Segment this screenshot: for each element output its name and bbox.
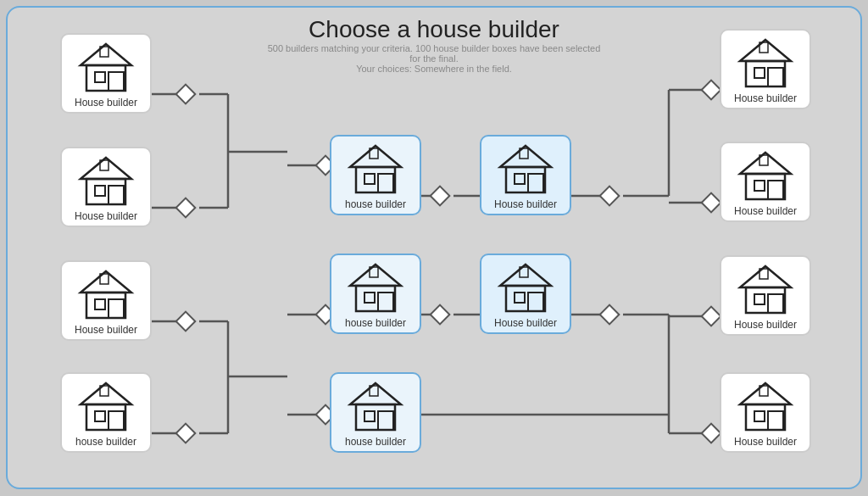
svg-rect-100 xyxy=(754,68,765,78)
svg-rect-75 xyxy=(364,174,375,184)
card-8-label: House builder xyxy=(494,198,557,210)
house-icon-10 xyxy=(736,36,795,91)
card-3[interactable]: House builder xyxy=(60,260,152,341)
house-icon-3 xyxy=(76,267,136,322)
svg-rect-96 xyxy=(528,293,543,311)
svg-rect-56 xyxy=(108,72,124,91)
svg-rect-65 xyxy=(95,299,105,309)
svg-rect-41 xyxy=(176,424,196,443)
svg-rect-61 xyxy=(108,186,124,204)
svg-rect-86 xyxy=(378,411,393,430)
card-6-label: house builder xyxy=(345,317,406,329)
svg-rect-60 xyxy=(95,186,105,196)
svg-rect-95 xyxy=(515,293,525,303)
card-12-label: House builder xyxy=(734,319,797,331)
house-icon-2 xyxy=(76,153,136,209)
house-icon-8 xyxy=(496,142,555,197)
card-2[interactable]: House builder xyxy=(60,147,152,227)
svg-rect-85 xyxy=(364,411,375,421)
card-4[interactable]: house builder xyxy=(60,372,152,453)
card-8[interactable]: House builder xyxy=(480,135,571,215)
svg-rect-106 xyxy=(768,181,783,199)
svg-rect-50 xyxy=(702,193,721,213)
svg-rect-91 xyxy=(528,174,543,192)
svg-rect-111 xyxy=(768,294,783,313)
card-12[interactable]: House builder xyxy=(720,255,811,336)
house-icon-5 xyxy=(346,142,405,197)
house-icon-11 xyxy=(736,148,795,203)
svg-rect-40 xyxy=(176,312,196,332)
subtitle: 500 builders matching your criteria. 100… xyxy=(264,43,604,64)
svg-rect-90 xyxy=(515,174,525,184)
card-4-label: house builder xyxy=(75,436,136,448)
svg-rect-70 xyxy=(95,411,105,421)
card-1-label: House builder xyxy=(75,97,137,109)
house-icon-9 xyxy=(496,260,555,315)
card-9[interactable]: House builder xyxy=(480,254,571,334)
svg-rect-110 xyxy=(754,294,765,304)
house-icon-12 xyxy=(736,262,795,317)
card-3-label: House builder xyxy=(75,324,137,336)
card-2-label: House builder xyxy=(75,210,137,222)
card-7[interactable]: house builder xyxy=(330,372,421,453)
card-5[interactable]: house builder xyxy=(330,135,421,215)
svg-rect-115 xyxy=(754,411,765,421)
card-7-label: house builder xyxy=(345,436,406,448)
house-icon-1 xyxy=(76,40,136,95)
house-icon-6 xyxy=(346,260,405,315)
svg-rect-39 xyxy=(176,198,196,218)
subtitle2: Your choices: Somewhere in the field. xyxy=(264,64,604,74)
svg-rect-46 xyxy=(431,305,450,325)
svg-rect-71 xyxy=(108,411,124,430)
card-11-label: House builder xyxy=(734,205,797,217)
svg-rect-49 xyxy=(702,81,721,100)
svg-rect-66 xyxy=(108,299,124,318)
card-13[interactable]: House builder xyxy=(720,372,811,453)
card-10[interactable]: House builder xyxy=(720,29,811,109)
house-icon-4 xyxy=(76,379,136,434)
card-11[interactable]: House builder xyxy=(720,142,811,222)
svg-rect-45 xyxy=(431,187,450,206)
svg-rect-101 xyxy=(768,68,783,86)
svg-rect-52 xyxy=(702,424,721,443)
svg-line-6 xyxy=(287,152,301,165)
card-10-label: House builder xyxy=(734,92,797,104)
svg-rect-105 xyxy=(754,181,765,191)
svg-rect-51 xyxy=(702,307,721,326)
svg-rect-48 xyxy=(600,305,620,325)
svg-rect-81 xyxy=(378,293,393,311)
card-13-label: House builder xyxy=(734,436,797,448)
svg-rect-80 xyxy=(364,293,375,303)
house-icon-13 xyxy=(736,379,795,434)
card-5-label: house builder xyxy=(345,198,406,210)
svg-rect-47 xyxy=(600,187,620,206)
svg-rect-55 xyxy=(95,72,105,82)
main-container: Choose a house builder 500 builders matc… xyxy=(6,6,862,489)
svg-rect-38 xyxy=(176,85,196,104)
house-icon-7 xyxy=(346,379,405,434)
card-6[interactable]: house builder xyxy=(330,254,421,334)
card-9-label: House builder xyxy=(494,317,557,329)
svg-line-15 xyxy=(287,376,326,415)
svg-rect-76 xyxy=(378,174,393,192)
svg-rect-116 xyxy=(768,411,783,430)
card-1[interactable]: House builder xyxy=(60,33,152,114)
